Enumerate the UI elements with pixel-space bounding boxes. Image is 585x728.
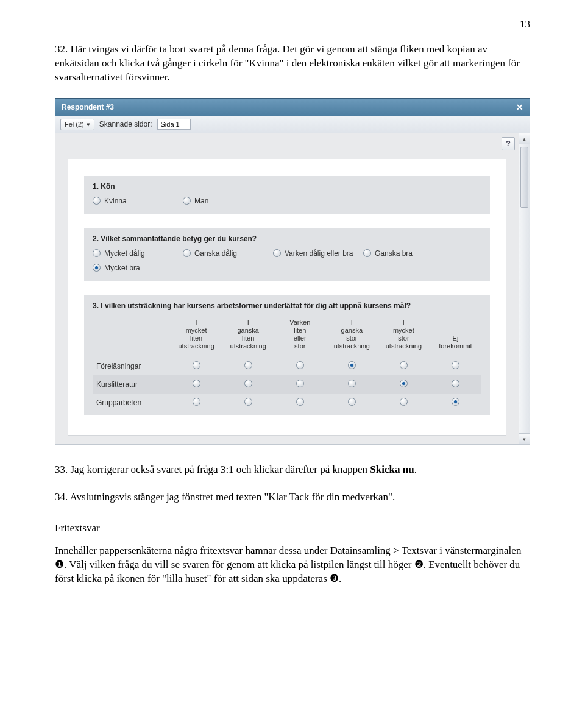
q3-column-header: Ejförekommit — [430, 316, 481, 357]
radio-icon[interactable] — [452, 398, 459, 406]
radio-icon[interactable] — [452, 380, 459, 387]
marker-3-icon: ❸ — [330, 573, 339, 584]
vertical-scrollbar[interactable]: ▴ ▾ — [519, 133, 530, 444]
p33-bold: Skicka nu — [370, 464, 414, 475]
paragraph-fritextsvar: Innehåller pappersenkäterna några fritex… — [55, 544, 530, 586]
q1-title: 1. Kön — [93, 182, 481, 191]
paragraph-34: 34. Avslutningsvis stänger jag fönstret … — [55, 490, 530, 504]
app-screenshot: Respondent #3 ✕ Fel (2) ▾ Skannade sidor… — [55, 98, 530, 445]
skannade-label: Skannade sidor: — [99, 120, 152, 129]
question-1: 1. Kön Kvinna Man — [84, 176, 490, 214]
q2-option-label: Mycket dålig — [104, 249, 145, 258]
radio-icon[interactable] — [348, 361, 356, 369]
q3-row-label: Kurslitteratur — [93, 375, 171, 394]
fel-dropdown[interactable]: Fel (2) ▾ — [60, 119, 94, 130]
radio-icon[interactable] — [400, 398, 408, 406]
q3-column-header: Varkenlitenellerstor — [274, 316, 326, 357]
p33-text: 33. Jag korrigerar också svaret på fråga… — [55, 464, 370, 475]
radio-icon[interactable] — [244, 380, 252, 387]
section-heading-fritextsvar: Fritextsvar — [55, 522, 530, 534]
radio-icon[interactable] — [193, 361, 200, 369]
radio-icon[interactable] — [400, 361, 408, 369]
radio-icon[interactable] — [193, 398, 200, 406]
scroll-thumb[interactable] — [520, 147, 528, 208]
q3-row-label: Grupparbeten — [93, 394, 171, 412]
radio-icon[interactable] — [244, 361, 252, 369]
radio-icon — [93, 264, 101, 272]
radio-icon[interactable] — [244, 398, 252, 406]
fritext-d: . — [339, 573, 341, 584]
chevron-down-icon: ▾ — [87, 121, 90, 129]
q2-option[interactable]: Ganska bra — [363, 249, 448, 258]
marker-2-icon: ❷ — [414, 559, 424, 570]
q2-option[interactable]: Mycket dålig — [93, 249, 178, 258]
window-title: Respondent #3 — [62, 103, 114, 111]
q3-column-header: Imycketlitenutsträckning — [171, 316, 222, 357]
radio-icon — [183, 249, 191, 257]
skannade-sidor-input[interactable] — [157, 119, 191, 130]
radio-icon[interactable] — [296, 361, 304, 369]
question-3: 3. I vilken utsträckning har kursens arb… — [84, 295, 490, 415]
q2-option[interactable]: Mycket bra — [93, 264, 178, 272]
q2-option-label: Mycket bra — [104, 264, 140, 272]
question-2: 2. Vilket sammanfattande betyg ger du ku… — [84, 228, 490, 281]
p33-tail: . — [414, 464, 417, 475]
radio-icon — [93, 249, 101, 257]
scroll-up-icon[interactable]: ▴ — [519, 133, 530, 144]
q2-option-label: Varken dålig eller bra — [285, 249, 353, 258]
radio-icon — [363, 249, 371, 257]
q2-option[interactable]: Ganska dålig — [183, 249, 268, 258]
close-icon[interactable]: ✕ — [516, 102, 523, 112]
paragraph-33: 33. Jag korrigerar också svaret på fråga… — [55, 463, 530, 477]
q3-column-header: Imycketstorutsträckning — [378, 316, 430, 357]
scroll-down-icon[interactable]: ▾ — [519, 433, 530, 444]
q3-column-header: Iganskastorutsträckning — [326, 316, 378, 357]
radio-icon[interactable] — [296, 380, 304, 387]
page-number: 13 — [55, 18, 530, 30]
radio-icon[interactable] — [296, 398, 304, 406]
window-toolbar: Fel (2) ▾ Skannade sidor: — [55, 116, 530, 133]
q3-column-header: Iganskalitenutsträckning — [222, 316, 274, 357]
radio-icon[interactable] — [400, 380, 408, 387]
q3-title: 3. I vilken utsträckning har kursens arb… — [93, 302, 481, 310]
q2-option[interactable]: Varken dålig eller bra — [273, 249, 358, 258]
q2-option-label: Ganska dålig — [194, 249, 237, 258]
radio-icon — [273, 249, 281, 257]
scroll-track[interactable] — [519, 144, 530, 433]
paragraph-32: 32. Här tvingas vi därför ta bort svaret… — [55, 43, 530, 85]
marker-1-icon: ❶ — [55, 559, 64, 570]
radio-icon[interactable] — [348, 398, 356, 406]
fritext-b: . Välj vilken fråga du vill se svaren fö… — [64, 559, 414, 570]
fritext-a: Innehåller pappersenkäterna några fritex… — [55, 545, 521, 556]
survey-viewport: ? 1. Kön Kvinna Man — [55, 133, 519, 444]
q3-matrix: ImycketlitenutsträckningIganskalitenutst… — [93, 316, 481, 412]
help-button[interactable]: ? — [502, 137, 515, 150]
q1-opt-man[interactable]: Man — [183, 197, 268, 205]
q1-opt-label: Man — [194, 197, 208, 205]
radio-icon[interactable] — [193, 380, 200, 387]
radio-icon — [93, 197, 101, 205]
radio-icon[interactable] — [452, 361, 459, 369]
q2-option-label: Ganska bra — [375, 249, 413, 258]
window-titlebar: Respondent #3 ✕ — [55, 98, 530, 116]
q2-title: 2. Vilket sammanfattande betyg ger du ku… — [93, 235, 481, 243]
q1-opt-kvinna[interactable]: Kvinna — [93, 197, 178, 205]
fel-label: Fel (2) — [65, 121, 84, 128]
radio-icon — [183, 197, 191, 205]
survey-paper: 1. Kön Kvinna Man — [68, 159, 506, 436]
q1-opt-label: Kvinna — [104, 197, 127, 205]
q3-row-label: Föreläsningar — [93, 357, 171, 375]
radio-icon[interactable] — [348, 380, 356, 387]
